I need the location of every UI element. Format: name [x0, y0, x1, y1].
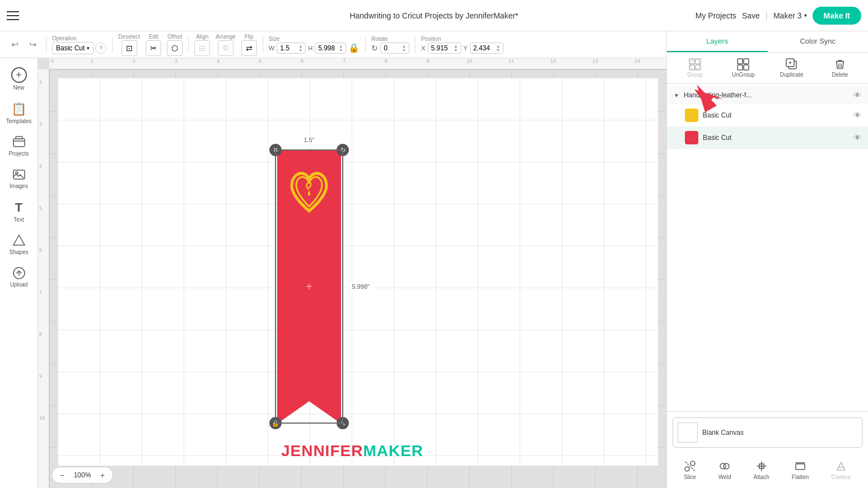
- blank-canvas-label: Blank Canvas: [702, 429, 744, 437]
- x-label: X: [421, 45, 425, 51]
- position-label: Position: [421, 36, 503, 42]
- group-label: Group: [687, 72, 703, 78]
- bottom-tools: Slice Weld Attach Flatten Contour: [673, 458, 862, 482]
- menu-icon[interactable]: [7, 8, 22, 24]
- sidebar-label-text: Text: [13, 217, 24, 223]
- layer-color-2: [685, 131, 698, 144]
- delete-label: Delete: [832, 72, 848, 78]
- group-eye-icon[interactable]: 👁: [853, 91, 861, 100]
- sidebar-item-templates[interactable]: 📋 Templates: [2, 97, 36, 129]
- weld-button[interactable]: Weld: [715, 458, 735, 482]
- ruler-top: 0 1 2 3 4 5 6 7 8 9 10 11 12 13 14: [49, 58, 666, 69]
- ungroup-button[interactable]: UnGroup: [720, 56, 767, 80]
- slice-button[interactable]: Slice: [680, 458, 699, 482]
- deselect-button[interactable]: ⊡: [122, 40, 137, 56]
- zoom-controls: − 100% +: [52, 467, 113, 484]
- svg-point-19: [685, 467, 689, 471]
- contour-label: Contour: [831, 474, 851, 480]
- contour-button[interactable]: Contour: [828, 458, 855, 482]
- blank-canvas-item[interactable]: Blank Canvas: [673, 417, 862, 448]
- canvas-background[interactable]: ✕ ↻ 🔒 ⤡ 1.5" 5.998" +: [49, 69, 666, 488]
- weld-label: Weld: [718, 474, 731, 480]
- flatten-label: Flatten: [792, 474, 809, 480]
- rotate-input[interactable]: 0 ▲▼: [380, 43, 409, 54]
- sidebar-item-new[interactable]: + New: [2, 63, 36, 95]
- attach-label: Attach: [754, 474, 769, 480]
- machine-selector[interactable]: Maker 3 ▾: [773, 11, 807, 20]
- canvas-area: 0 1 2 3 4 5 6 7 8 9 10 11 12 13 14 2 3 4…: [38, 58, 666, 488]
- topbar: Handwriting to Cricut Projects by Jennif…: [0, 0, 868, 31]
- layer-group-header[interactable]: ▼ Handwriting-leather-f... 👁: [667, 86, 868, 104]
- tab-color-sync[interactable]: Color Sync: [768, 31, 869, 52]
- height-label: H: [308, 45, 312, 51]
- zoom-in-button[interactable]: +: [97, 470, 108, 481]
- white-canvas[interactable]: ✕ ↻ 🔒 ⤡ 1.5" 5.998" +: [58, 78, 658, 466]
- handle-close[interactable]: ✕: [269, 144, 282, 156]
- flip-button[interactable]: ⇄: [241, 40, 257, 56]
- layer-item-2[interactable]: Basic Cut 👁: [667, 126, 868, 149]
- svg-rect-12: [744, 59, 749, 64]
- offset-button[interactable]: ⬡: [167, 40, 183, 56]
- attach-button[interactable]: Attach: [750, 458, 773, 482]
- sidebar-item-text[interactable]: T Text: [2, 196, 36, 227]
- sidebar-item-images[interactable]: Images: [2, 163, 36, 194]
- zoom-out-button[interactable]: −: [57, 470, 68, 481]
- edit-button[interactable]: ✂: [146, 40, 161, 56]
- layer-item-1[interactable]: Basic Cut 👁: [667, 104, 868, 126]
- save-button[interactable]: Save: [742, 11, 760, 20]
- slice-label: Slice: [684, 474, 696, 480]
- svg-marker-4: [13, 235, 25, 245]
- y-input[interactable]: 2.434 ▲▼: [470, 43, 503, 54]
- size-label: Size: [269, 36, 360, 42]
- left-sidebar: + New 📋 Templates Projects Images T Text…: [0, 58, 38, 488]
- selected-object[interactable]: ✕ ↻ 🔒 ⤡ 1.5" 5.998" +: [275, 149, 343, 424]
- svg-rect-1: [16, 137, 22, 139]
- operation-help[interactable]: ?: [95, 43, 106, 54]
- delete-button[interactable]: Delete: [816, 56, 864, 80]
- svg-line-21: [685, 462, 694, 471]
- sidebar-label-upload: Upload: [10, 281, 28, 288]
- handle-rotate[interactable]: ↻: [337, 144, 349, 156]
- width-input[interactable]: 1.5 ▲▼: [277, 43, 306, 54]
- handle-resize[interactable]: ⤡: [337, 417, 349, 429]
- layer-name-2: Basic Cut: [703, 134, 849, 142]
- handle-lock[interactable]: 🔒: [269, 417, 282, 429]
- make-it-button[interactable]: Make It: [813, 7, 861, 25]
- sidebar-item-projects[interactable]: Projects: [2, 131, 36, 161]
- deselect-label: Deselect: [118, 34, 140, 40]
- app-title: Handwriting to Cricut Projects by Jennif…: [349, 11, 518, 20]
- layers-list: ▼ Handwriting-leather-f... 👁 Basic Cut 👁…: [667, 84, 868, 411]
- sidebar-label-templates: Templates: [6, 118, 32, 124]
- tab-layers[interactable]: Layers: [667, 31, 768, 52]
- group-button[interactable]: Group: [671, 56, 718, 80]
- lock-icon[interactable]: 🔒: [348, 43, 360, 53]
- operation-select[interactable]: Basic Cut ▾: [52, 42, 94, 54]
- height-input[interactable]: 5.998 ▲▼: [315, 43, 346, 54]
- svg-rect-14: [744, 65, 749, 70]
- layer-eye-1[interactable]: 👁: [853, 111, 861, 120]
- width-label: W: [269, 45, 274, 51]
- sidebar-item-shapes[interactable]: Shapes: [2, 229, 36, 260]
- layer-color-1: [685, 109, 698, 122]
- svg-point-20: [690, 461, 695, 466]
- svg-rect-0: [13, 139, 25, 147]
- expand-icon: ▼: [674, 92, 679, 98]
- rotate-label: Rotate: [371, 36, 409, 42]
- sidebar-label-shapes: Shapes: [10, 249, 29, 255]
- redo-button[interactable]: ↪: [25, 37, 40, 53]
- layer-eye-2[interactable]: 👁: [853, 133, 861, 142]
- duplicate-label: Duplicate: [780, 72, 804, 78]
- x-input[interactable]: 5.915 ▲▼: [428, 43, 461, 54]
- operation-label: Operation: [52, 35, 106, 41]
- my-projects-link[interactable]: My Projects: [696, 11, 736, 20]
- ruler-left: 2 3 4 5 6 7 8 9 10: [38, 69, 49, 488]
- duplicate-button[interactable]: Duplicate: [768, 56, 815, 80]
- undo-button[interactable]: ↩: [7, 37, 22, 53]
- align-button[interactable]: ⊟: [194, 40, 210, 56]
- svg-rect-13: [738, 65, 743, 70]
- panel-tabs: Layers Color Sync: [667, 31, 868, 53]
- arrange-button[interactable]: ⧉: [218, 40, 234, 56]
- sidebar-item-upload[interactable]: Upload: [2, 262, 36, 292]
- flatten-button[interactable]: Flatten: [788, 458, 813, 482]
- sidebar-label-projects: Projects: [8, 151, 29, 157]
